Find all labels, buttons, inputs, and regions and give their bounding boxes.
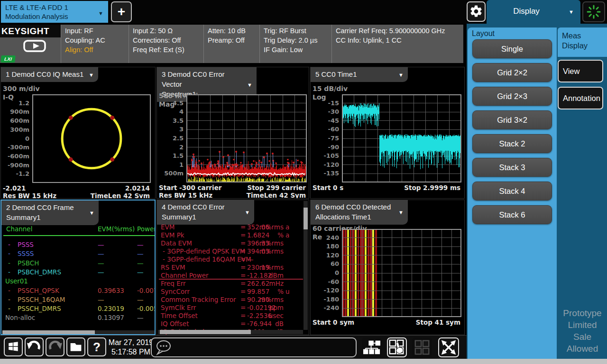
equals-sign: = [240, 320, 246, 328]
y-axis-tick: 4.5 [157, 100, 184, 107]
measurement-window-1[interactable]: 1 Demod CC0 IQ Meas1▼300 m/divI-Q1.2900m… [0, 67, 156, 199]
block-diagram-button[interactable] [362, 337, 382, 357]
layout-stack3-button[interactable]: Stack 3 [472, 158, 552, 177]
tab-meas-display[interactable]: Meas Display [558, 27, 607, 57]
bottom-toolbar: ? Mar 27, 2019 5:17:58 PM [0, 335, 467, 359]
layout-stack2-button[interactable]: Stack 2 [472, 134, 552, 153]
window-title-dropdown[interactable]: 2 Demod CC0 FrameSummary1▼ [1, 200, 99, 225]
info-line: Corrections: Off [133, 36, 203, 45]
layout-stack4-button[interactable]: Stack 4 [472, 182, 552, 200]
burst-icon [586, 4, 602, 20]
x-axis-annotation-right: 2.0214 [3, 184, 150, 192]
info-column-0: Input: RFCoupling: ACAlign: Off [61, 25, 129, 63]
equals-sign: = [240, 264, 246, 271]
y-axis-tick: -1.2 [1, 170, 29, 177]
error-summary-label: Common Tracking Error [161, 296, 236, 303]
layout-grid3x2-button[interactable]: Grid 3×2 [472, 110, 552, 129]
undo-button[interactable] [25, 337, 44, 356]
info-line: Freq Ref: Ext (S) [133, 45, 203, 55]
info-line: Coupling: AC [65, 36, 129, 45]
y-axis-tick: 3 [157, 126, 184, 133]
v-scrollbar-thumb[interactable] [304, 208, 308, 229]
align-status-button[interactable] [582, 1, 605, 22]
window-title-dropdown[interactable]: 4 Demod CC0 ErrorSummary1▼ [157, 200, 254, 225]
equals-sign: = [240, 304, 246, 311]
equals-sign: = [240, 280, 246, 287]
display-menu-label: Display [487, 7, 566, 16]
equals-sign: = [240, 231, 246, 239]
error-summary-label: EVM [161, 223, 175, 231]
power-value: — [137, 259, 144, 267]
help-button[interactable]: ? [87, 337, 106, 356]
error-summary-label: Freq Err [161, 280, 186, 287]
top-bar: LTE & LTE-A FDD 1 Modulation Analysis ▼ … [0, 0, 607, 24]
y-axis-tick: -90 [311, 144, 339, 151]
layout-grid2x2-button[interactable]: Grid 2×2 [472, 63, 552, 82]
measurement-window-4[interactable]: 4 Demod CC0 ErrorSummary1▼EVM=352.06m%rm… [156, 200, 309, 335]
redo-button[interactable] [46, 337, 64, 356]
error-summary-unit: usec [252, 312, 284, 319]
tab-view[interactable]: View [558, 60, 603, 82]
layout-grid2x3-button[interactable]: Grid 2×3 [472, 87, 552, 106]
clipped-text: u [285, 288, 290, 295]
add-measurement-button[interactable]: + [111, 1, 132, 22]
y-axis-tick: 600m [1, 117, 29, 124]
grid-icon [413, 338, 431, 356]
y-axis-tick: -900m [1, 162, 29, 169]
y-axis-tick: 500m [157, 170, 184, 177]
info-line: Carrier Ref Freq: 5.900000000 GHz [336, 26, 463, 36]
y-axis-tick: 1.5 [157, 152, 184, 159]
measurement-window-2[interactable]: 2 Demod CC0 FrameSummary1▼ChannelEVM(%rm… [0, 200, 156, 335]
y-axis-tick: 0 [311, 269, 339, 276]
chevron-down-icon: ▼ [98, 9, 103, 18]
error-summary-unit: m%rms [252, 239, 284, 247]
remote-display-icon [23, 39, 47, 53]
info-line: CC Info: Uplink, 1 CC [336, 36, 463, 45]
y-axis-tick: 0 [1, 135, 29, 142]
measurement-tab[interactable]: LTE & LTE-A FDD 1 Modulation Analysis ▼ [1, 1, 108, 23]
detected-allocations-plot [342, 229, 461, 317]
measurement-tab-line2: Modulation Analysis [5, 12, 108, 21]
fullscreen-button[interactable] [438, 337, 459, 357]
windows-start-button[interactable] [4, 337, 23, 356]
tab-annotation[interactable]: Annotation [558, 87, 603, 109]
undo-icon [27, 339, 41, 354]
h-scrollbar-thumb[interactable] [2, 330, 95, 335]
x-axis-annotation-right: Stop 299 carrier [159, 184, 306, 191]
message-bar[interactable] [151, 337, 357, 357]
scale-per-div-label: 300 m/div [3, 85, 40, 92]
measurement-window-5[interactable]: 5 CC0 Time1▼15 dB/divLog-15-30-45-60-75-… [310, 67, 465, 199]
window-title-dropdown[interactable]: 6 Demod CC0 DetectedAllocations Time1▼ [311, 200, 408, 225]
error-summary-value: — [247, 255, 254, 263]
info-column-2: Atten: 10 dBPreamp: Off [203, 25, 259, 63]
window-select-button[interactable] [387, 337, 407, 357]
measurement-window-3[interactable]: 3 Demod CC0 Error VectorSpectrum1▼500 m%… [156, 67, 309, 199]
file-button[interactable] [66, 337, 85, 356]
grid-layout-button-disabled[interactable] [412, 337, 432, 357]
window-title-dropdown[interactable]: 5 CC0 Time1▼ [311, 67, 408, 82]
measurement-window-6[interactable]: 6 Demod CC0 DetectedAllocations Time1▼60… [310, 200, 465, 335]
equals-sign: = [240, 223, 246, 231]
clipped-text: a [285, 223, 289, 231]
y-axis-tick: -105 [311, 152, 339, 159]
evm-value: 0.23019 [98, 305, 124, 312]
h-scrollbar-thumb[interactable] [160, 330, 251, 334]
layout-single-button[interactable]: Single [472, 39, 552, 58]
display-menu-button[interactable]: Display ▼ [487, 0, 580, 24]
error-summary-label: RS EVM [161, 264, 185, 271]
window-title-line: Summary1 [6, 212, 86, 222]
channel-name: User01 [5, 277, 28, 285]
instrument-screen: LTE & LTE-A FDD 1 Modulation Analysis ▼ … [0, 0, 607, 364]
chevron-down-icon: ▼ [398, 208, 404, 218]
window-title-dropdown[interactable]: 1 Demod CC0 IQ Meas1▼ [1, 67, 98, 82]
layout-stack6-button[interactable]: Stack 6 [472, 205, 552, 224]
window-title-line: 5 CC0 Time1 [315, 69, 395, 79]
error-summary-unit: % [252, 231, 284, 239]
datetime-display[interactable]: Mar 27, 2019 5:17:58 PM [108, 338, 154, 357]
y-axis-tick: -180 [311, 296, 339, 303]
error-summary-unit: m%rms [252, 296, 284, 303]
gear-button[interactable] [467, 1, 486, 22]
evm-value: — [98, 250, 104, 257]
message-bubble-icon [154, 339, 175, 357]
y-axis-tick: -60 [311, 278, 339, 285]
